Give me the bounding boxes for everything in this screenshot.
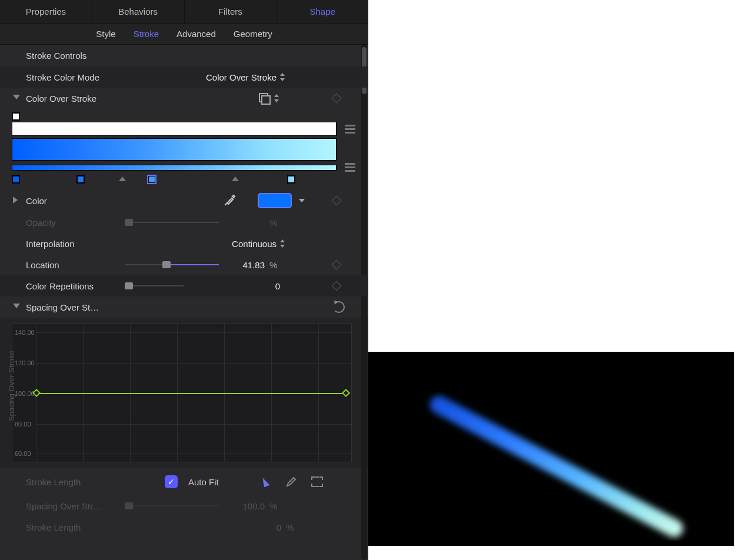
dropdown-value: Continuous — [232, 239, 277, 249]
label-interpolation: Interpolation — [26, 239, 120, 249]
row-stroke-color-mode: Stroke Color Mode Color Over Stroke — [0, 66, 368, 88]
updown-icon — [280, 73, 286, 81]
y-tick: 120.00 — [15, 359, 35, 366]
color-well[interactable] — [258, 193, 292, 208]
color-stop-selected[interactable] — [148, 175, 156, 184]
value-stroke-length: 0 — [240, 522, 281, 532]
slider-thumb[interactable] — [162, 261, 171, 268]
color-stop-track[interactable] — [12, 174, 335, 185]
label-color-over-stroke: Color Over Stroke — [26, 94, 120, 104]
dropdown-interpolation[interactable]: Continuous — [232, 239, 286, 249]
label-stroke-color-mode: Stroke Color Mode — [26, 72, 120, 82]
inspector-tabs: Properties Behaviors Filters Shape — [0, 0, 368, 24]
y-tick: 140.00 — [15, 329, 35, 336]
midpoint-marker[interactable] — [119, 176, 126, 181]
unit-opacity: % — [269, 218, 281, 228]
opacity-stop[interactable] — [12, 112, 20, 121]
row-color: Color — [0, 189, 368, 212]
unit-stroke-length: % — [286, 522, 298, 532]
label-stroke-length: Stroke Length — [26, 522, 120, 532]
gradient-editor — [0, 109, 368, 189]
inspector-content: Stroke Controls Stroke Color Mode Color … — [0, 45, 368, 560]
graph-y-axis-label: Spacing Over Stroke — [7, 351, 16, 421]
color-stop[interactable] — [287, 175, 295, 184]
curve-graph[interactable]: 140.00 120.00 100.00 80.00 60.00 — [12, 324, 352, 462]
label-location: Location — [26, 260, 120, 270]
y-tick: 80.00 — [15, 421, 31, 428]
box-select-tool[interactable] — [309, 474, 325, 489]
subtab-geometry[interactable]: Geometry — [234, 29, 272, 39]
disclosure-spacing[interactable] — [13, 304, 20, 308]
row-color-over-stroke: Color Over Stroke — [0, 88, 368, 109]
value-color-repetitions[interactable]: 0 — [239, 281, 280, 291]
section-stroke-controls: Stroke Controls — [0, 45, 368, 66]
label-stroke-length: Stroke Length — [26, 477, 120, 487]
keyframe-button[interactable] — [332, 281, 342, 291]
stroke-render — [398, 387, 715, 552]
slider-opacity — [125, 218, 219, 227]
value-location[interactable]: 41.83 — [224, 260, 265, 270]
dropdown-stroke-color-mode[interactable]: Color Over Stroke — [206, 72, 286, 82]
row-stroke-length-value: Stroke Length 0 % — [0, 516, 368, 538]
tab-properties[interactable]: Properties — [0, 0, 92, 23]
unit-spacing: % — [269, 501, 281, 511]
keyframe-button[interactable] — [332, 260, 342, 270]
tab-filters[interactable]: Filters — [185, 0, 277, 23]
checkbox-auto-fit[interactable]: ✓ — [165, 475, 178, 488]
opacity-bar[interactable] — [12, 122, 337, 136]
label-spacing-over-stroke: Spacing Over St… — [26, 302, 120, 312]
gradient-bar[interactable] — [12, 138, 337, 161]
disclosure-color[interactable] — [13, 196, 18, 204]
reset-icon[interactable] — [333, 301, 345, 313]
slider-spacing — [125, 501, 219, 511]
canvas-preview-area — [368, 0, 756, 560]
y-tick: 100.00 — [15, 390, 35, 397]
keyframe-button[interactable] — [332, 196, 342, 206]
pointer-tool[interactable] — [258, 474, 273, 489]
value-spacing: 100.0 — [224, 501, 265, 511]
label-opacity: Opacity — [26, 218, 120, 228]
keyframe-button[interactable] — [332, 94, 342, 104]
label-auto-fit: Auto Fit — [188, 477, 219, 487]
disclosure-color-over-stroke[interactable] — [13, 95, 20, 99]
subtab-advanced[interactable]: Advanced — [176, 29, 216, 39]
gradient-preview-bar — [12, 165, 337, 171]
curve-keyframe[interactable] — [342, 389, 350, 397]
mini-curve-editor[interactable]: 140.00 120.00 100.00 80.00 60.00 — [0, 318, 368, 468]
label-color: Color — [26, 196, 120, 206]
canvas — [368, 352, 734, 546]
row-color-repetitions: Color Repetitions 0 — [0, 275, 368, 296]
slider-thumb[interactable] — [125, 282, 133, 289]
shape-subtabs: Style Stroke Advanced Geometry — [0, 24, 368, 45]
updown-icon — [280, 239, 286, 248]
subtab-style[interactable]: Style — [96, 29, 115, 39]
subtab-stroke[interactable]: Stroke — [134, 29, 159, 39]
svg-line-0 — [439, 405, 674, 528]
curve-line[interactable] — [36, 393, 347, 394]
row-spacing-over-str-value: Spacing Over Str… 100.0 % — [0, 495, 368, 516]
chevron-down-icon[interactable] — [299, 199, 305, 202]
midpoint-marker[interactable] — [232, 176, 239, 181]
updown-icon[interactable] — [274, 94, 280, 102]
color-stop[interactable] — [76, 175, 85, 184]
row-location: Location 41.83 % — [0, 254, 368, 275]
color-stop[interactable] — [12, 175, 20, 184]
row-interpolation: Interpolation Continuous — [0, 233, 368, 254]
inspector-panel: Properties Behaviors Filters Shape Style… — [0, 0, 368, 560]
unit-location: % — [269, 260, 281, 270]
dropdown-value: Color Over Stroke — [206, 72, 277, 82]
label-spacing-over-str: Spacing Over Str… — [26, 501, 120, 511]
eyedropper-icon[interactable] — [222, 194, 237, 208]
slider-location[interactable] — [125, 260, 219, 269]
distribute-icon[interactable] — [345, 163, 357, 172]
tab-behaviors[interactable]: Behaviors — [92, 0, 185, 23]
y-tick: 60.00 — [15, 450, 31, 457]
pencil-tool[interactable] — [284, 474, 299, 489]
distribute-icon[interactable] — [345, 125, 357, 134]
label-color-repetitions: Color Repetitions — [26, 281, 120, 291]
tab-shape[interactable]: Shape — [277, 0, 368, 23]
row-opacity: Opacity % — [0, 212, 368, 233]
preset-icon[interactable] — [259, 93, 269, 104]
row-spacing-over-stroke: Spacing Over St… — [0, 296, 368, 318]
slider-color-repetitions[interactable] — [125, 281, 184, 291]
